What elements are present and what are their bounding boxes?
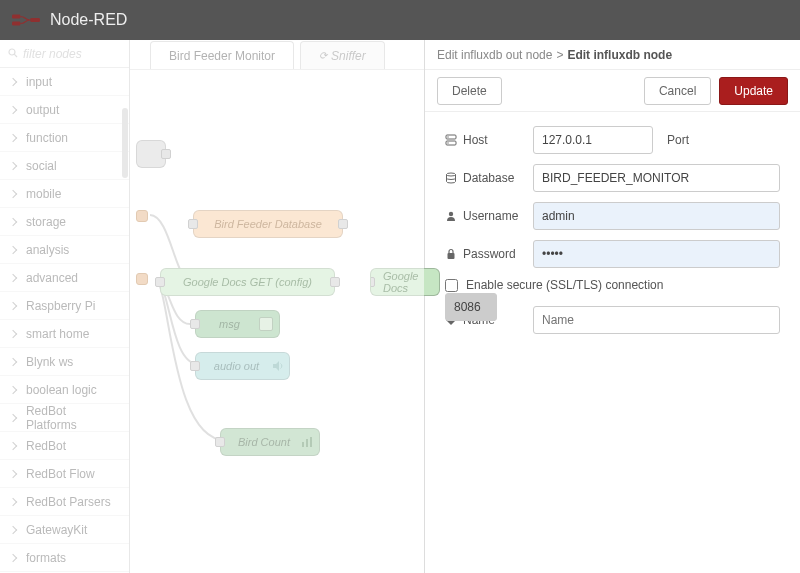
palette-category[interactable]: RedBot Parsers [0,488,129,516]
svg-rect-0 [12,14,20,18]
chevron-right-icon [9,189,17,197]
chevron-right-icon [9,301,17,309]
chevron-right-icon [9,497,17,505]
debug-icon [259,317,273,331]
svg-rect-14 [448,253,455,259]
svg-line-4 [14,54,17,57]
search-icon [8,47,18,61]
palette-category[interactable]: RedBot Flow [0,460,129,488]
chevron-right-icon [9,217,17,225]
svg-rect-6 [306,439,308,447]
svg-point-3 [9,49,15,55]
delete-button[interactable]: Delete [437,77,502,105]
username-input[interactable] [533,202,780,230]
node-inject[interactable] [136,140,166,168]
palette-category[interactable]: mobile [0,180,129,208]
node-link-a[interactable] [136,210,148,222]
palette-category[interactable]: Blynk ws [0,348,129,376]
lock-icon [445,248,457,260]
node-google-docs[interactable]: Google Docs [370,268,440,296]
palette-category[interactable]: RedBot [0,432,129,460]
chevron-right-icon [9,553,17,561]
palette-category[interactable]: boolean logic [0,376,129,404]
palette-category[interactable]: function [0,124,129,152]
svg-point-12 [447,173,456,176]
flow-canvas[interactable]: Bird Feeder Database Google Docs GET (co… [130,70,424,573]
palette-category[interactable]: Raspberry Pi [0,292,129,320]
palette-sidebar: filter nodes inputoutputfunctionsocialmo… [0,40,130,573]
sync-icon: ⟳ [319,50,327,61]
edit-panel: Edit influxdb out node > Edit influxdb n… [424,40,800,573]
filter-nodes-input[interactable]: filter nodes [0,40,129,68]
chart-icon [301,436,313,450]
host-input[interactable] [533,126,653,154]
palette-category[interactable]: GatewayKit [0,516,129,544]
edit-breadcrumb: Edit influxdb out node > Edit influxdb n… [425,40,800,70]
tab-sniffer[interactable]: ⟳Sniffer [300,41,385,69]
node-audio-out[interactable]: audio out [195,352,290,380]
palette-category[interactable]: social [0,152,129,180]
node-link-b[interactable] [136,273,148,285]
palette-scrollbar[interactable] [122,108,128,178]
workspace-tabs: Bird Feeder Monitor ⟳Sniffer [130,40,424,70]
svg-point-10 [447,136,448,137]
port-label: Port [667,133,689,147]
palette-category[interactable]: formats [0,544,129,572]
cancel-button[interactable]: Cancel [644,77,711,105]
svg-rect-7 [310,437,312,447]
chevron-right-icon [9,161,17,169]
node-bird-feeder-db[interactable]: Bird Feeder Database [193,210,343,238]
palette-category[interactable]: input [0,68,129,96]
node-google-docs-get[interactable]: Google Docs GET (config) [160,268,335,296]
svg-rect-2 [30,18,40,22]
tab-bird-feeder[interactable]: Bird Feeder Monitor [150,41,294,69]
palette-category[interactable]: storage [0,208,129,236]
name-input[interactable] [533,306,780,334]
chevron-right-icon [9,133,17,141]
svg-rect-5 [302,442,304,447]
update-button[interactable]: Update [719,77,788,105]
chevron-right-icon [9,413,17,421]
svg-point-13 [449,212,453,216]
edit-form: Host Port Database Username Password Ena… [425,112,800,358]
palette-category[interactable]: analysis [0,236,129,264]
svg-point-11 [447,142,448,143]
server-icon [445,134,457,146]
port-input[interactable] [445,293,497,321]
palette-category[interactable]: RedBot Platforms [0,404,129,432]
chevron-right-icon [9,77,17,85]
app-title: Node-RED [50,11,127,29]
database-input[interactable] [533,164,780,192]
chevron-right-icon [9,357,17,365]
chevron-right-icon [9,105,17,113]
chevron-right-icon [9,469,17,477]
workspace: Bird Feeder Monitor ⟳Sniffer Bird Feeder… [130,40,424,573]
app-header: Node-RED [0,0,800,40]
ssl-checkbox[interactable] [445,279,458,292]
svg-rect-1 [12,21,20,25]
palette-category[interactable]: advanced [0,264,129,292]
palette-category[interactable]: output [0,96,129,124]
user-icon [445,210,457,222]
password-input[interactable] [533,240,780,268]
database-icon [445,172,457,184]
audio-icon [271,360,283,374]
chevron-right-icon [9,329,17,337]
chevron-right-icon [9,273,17,281]
palette-category[interactable]: smart home [0,320,129,348]
chevron-right-icon [9,441,17,449]
chevron-right-icon [9,385,17,393]
ssl-label: Enable secure (SSL/TLS) connection [466,278,663,292]
chevron-right-icon [9,525,17,533]
nodered-logo-icon [12,12,40,28]
node-bird-count[interactable]: Bird Count [220,428,320,456]
node-msg[interactable]: msg [195,310,280,338]
filter-placeholder: filter nodes [23,47,82,61]
chevron-right-icon [9,245,17,253]
palette-categories: inputoutputfunctionsocialmobilestoragean… [0,68,129,573]
